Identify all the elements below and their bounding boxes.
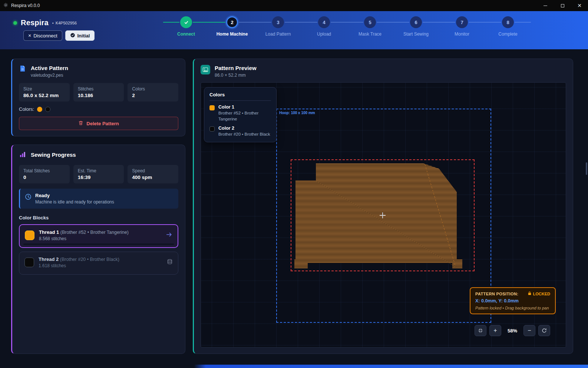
minimize-icon [544,6,547,6]
zoom-level: 58% [504,328,521,334]
image-icon [201,65,210,74]
pattern-filename: valetudogv2.pes [31,73,68,78]
legend-color-1: Color 1 Brother #52 • Brother Tangerine [209,105,271,122]
titlebar: Respira v0.0.0 ✕ [0,0,588,11]
lock-icon [528,291,532,296]
close-button[interactable]: ✕ [571,0,588,11]
step-number: 5 [364,16,376,28]
main-content: Active Pattern valetudogv2.pes Size 86.0… [0,49,588,364]
stat-colors: Colors 2 [128,83,178,102]
document-icon [19,65,26,74]
wizard-stepper: Connect 2 Home Machine 3 Load Pattern 4 … [163,16,531,37]
arrow-right-icon [166,231,172,239]
thread2-name: Thread 2 [39,256,59,262]
fit-view-button[interactable] [475,325,486,336]
zoom-in-button[interactable]: + [489,325,501,336]
thread2-stitches: 1.618 stitches [39,263,119,268]
stepper-step-home-machine[interactable]: 2 Home Machine [209,16,255,37]
bar-chart-icon [19,151,26,160]
thread2-detail: (Brother #20 • Brother Black) [60,257,119,262]
thread-row-2[interactable]: Thread 2 (Brother #20 • Brother Black) 1… [19,252,178,275]
color-blocks-label: Color Blocks [19,215,178,221]
app-name: Respira [21,19,49,27]
maximize-button[interactable] [554,0,571,11]
delete-pattern-button[interactable]: Delete Pattern [19,117,178,130]
pattern-position-overlay: PATTERN POSITION: LOCKED X: 0.0mm, Y: 0.… [470,287,556,314]
legend-color-2: Color 2 Brother #20 • Brother Black [209,126,271,137]
step-label: Monitor [455,32,469,37]
thread2-swatch [24,258,34,267]
machine-serial: • K4P502956 [52,21,77,25]
step-label: Start Sewing [403,32,429,37]
zoom-controls: + 58% − [475,325,550,336]
thread1-stitches: 8.568 stitches [39,236,129,241]
layers-icon [167,259,173,266]
stat-total-stitches: Total Stitches 0 [19,165,70,183]
thread1-name: Thread 1 [39,229,59,235]
app-gear-icon [3,3,8,9]
stat-est-time: Est. Time 16:39 [73,165,124,183]
position-coords: X: 0.0mm, Y: 0.0mm [475,298,550,304]
step-done-check-icon [180,16,192,28]
stat-stitches: Stitches 10.186 [73,83,124,102]
stepper-step-connect[interactable]: Connect [163,16,209,37]
crosshair-icon [382,212,383,218]
minimize-button[interactable] [537,0,554,11]
locked-badge: LOCKED [528,291,550,296]
thread1-swatch [25,231,34,240]
stepper-step-load-pattern[interactable]: 3 Load Pattern [255,16,301,37]
initial-button[interactable]: Initial [65,30,95,41]
pattern-preview-card: Pattern Preview 86.0 × 52.2 mm Hoop: 100… [193,59,573,354]
active-pattern-title: Active Pattern [31,65,68,71]
step-label: Mask Trace [359,32,381,37]
connection-status-dot [13,21,17,25]
stat-speed: Speed 400 spm [128,165,178,183]
machine-status-box: Ready Machine is idle and ready for oper… [19,189,178,209]
sewing-progress-title: Sewing Progress [31,152,76,158]
stat-size: Size 86.0 x 52.2 mm [19,83,70,102]
step-label: Complete [498,32,517,37]
stepper-step-upload[interactable]: 4 Upload [301,16,347,37]
reset-view-button[interactable] [538,325,550,336]
app-window: Respira v0.0.0 ✕ Respira • K4P502956 × D… [0,0,588,368]
disconnect-x-icon: × [28,33,31,39]
colors-legend-panel: Colors Color 1 Brother #52 • Brother Tan… [204,87,277,142]
refresh-icon [542,328,547,333]
scrollbar-thumb[interactable] [586,162,587,175]
step-label: Connect [177,32,195,37]
stepper-step-start-sewing[interactable]: 6 Start Sewing [393,16,439,37]
sewing-progress-card: Sewing Progress Total Stitches 0 Est. Ti… [11,145,185,354]
color-swatch-black [45,107,50,112]
thread1-progress-track [23,243,174,245]
step-label: Home Machine [217,32,248,37]
step-number: 6 [410,16,422,28]
step-number: 8 [502,16,514,28]
legend-swatch-2 [209,126,215,132]
step-label: Load Pattern [265,32,291,37]
bullet-icon: • [52,21,54,25]
zoom-out-button[interactable]: − [523,325,535,336]
maximize-icon [561,4,564,7]
status-detail: Machine is idle and ready for operations [35,199,114,205]
trash-icon [78,120,83,127]
colors-legend-title: Colors [209,92,271,101]
window-title: Respira v0.0.0 [11,3,40,8]
step-number: 3 [272,16,284,28]
thread1-detail: (Brother #52 • Brother Tangerine) [60,230,129,235]
active-pattern-card: Active Pattern valetudogv2.pes Size 86.0… [11,59,185,136]
step-number: 4 [318,16,330,28]
clock-icon [25,193,32,202]
status-title: Ready [35,193,114,198]
stepper-step-mask-trace[interactable]: 5 Mask Trace [347,16,393,37]
stepper-step-complete[interactable]: 8 Complete [485,16,531,37]
thread-row-1[interactable]: Thread 1 (Brother #52 • Brother Tangerin… [19,224,178,248]
check-badge-icon [70,33,75,39]
position-title: PATTERN POSITION: [475,292,518,296]
step-number: 2 [226,16,238,28]
disconnect-button[interactable]: × Disconnect [23,30,62,41]
step-number: 7 [456,16,468,28]
fit-view-icon [478,328,483,333]
position-hint: Pattern locked • Drag background to pan [475,306,550,310]
preview-canvas[interactable]: Hoop: 100 x 100 mm [201,82,566,348]
stepper-step-monitor[interactable]: 7 Monitor [439,16,485,37]
